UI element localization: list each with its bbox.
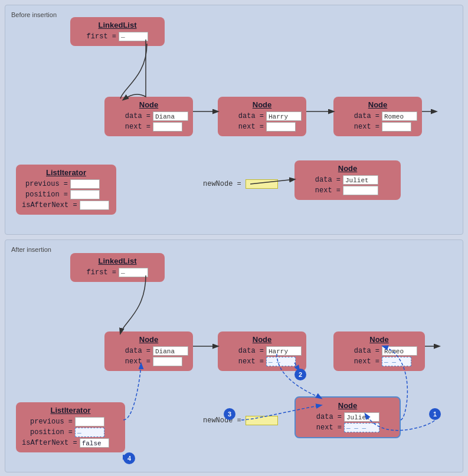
newnode-label-bottom: newNode = [203,416,278,425]
node-juliet-top: Node data = Juliet next = [294,160,401,200]
node-juliet-bottom: Node data = Juliet next = — — — [294,396,401,438]
bottom-panel-label: After insertion [11,246,457,253]
newnode-label-top: newNode = [203,179,278,189]
badge-1: 1 [429,408,441,420]
linkedlist-box-bottom: LinkedList first = [70,253,165,282]
node-romeo-bottom: Node data = Romeo next = — — [333,331,425,371]
node-harry-bottom: Node data = Harry next = — — [218,331,306,371]
node-romeo-top: Node data = Romeo next = [333,97,422,136]
first-value-top [119,32,148,41]
node-harry-top: Node data = Harry next = [218,97,306,136]
linkedlist-box-top: LinkedList first = [70,17,165,46]
node-diana-bottom: Node data = Diana next = [104,331,193,371]
badge-2: 2 [294,369,306,380]
badge-3: 3 [224,408,235,420]
badge-4: 4 [123,452,135,464]
node-diana-top: Node data = Diana next = [104,97,193,136]
linkedlist-title-bottom: LinkedList [76,257,159,265]
top-panel: Before insertion LinkedList first = Node… [5,5,463,235]
listiterator-top: ListIterator previous = position = isAft… [16,165,116,215]
listiterator-bottom: ListIterator previous = position = — isA… [16,402,125,452]
linkedlist-title-top: LinkedList [76,21,159,29]
bottom-panel: After insertion LinkedList first = Node … [5,239,463,472]
first-label-top: first = [76,32,119,41]
